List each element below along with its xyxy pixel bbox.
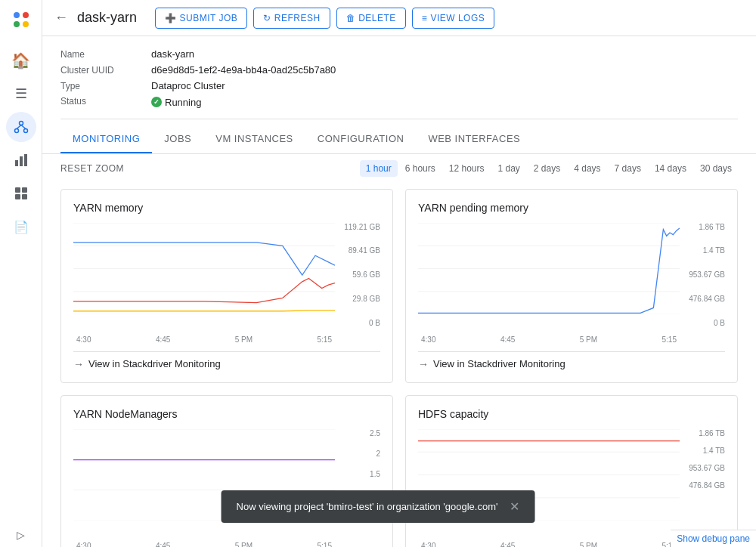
meta-value-type: Dataproc Cluster	[151, 80, 225, 91]
delete-icon: 🗑	[346, 13, 356, 23]
metadata-section: Name dask-yarn Cluster UUID d6e9d8d5-1ef…	[42, 36, 756, 119]
svg-point-3	[23, 21, 29, 27]
status-value: Running	[165, 97, 201, 108]
submit-job-button[interactable]: ➕ SUBMIT JOB	[155, 8, 247, 29]
svg-rect-13	[22, 187, 27, 193]
svg-rect-10	[20, 156, 23, 166]
meta-divider	[60, 119, 738, 119]
tab-monitoring[interactable]: MONITORING	[60, 125, 152, 153]
time-btn-4days[interactable]: 4 days	[568, 160, 606, 177]
arrow-right-icon: →	[73, 358, 84, 370]
yarn-memory-x-labels: 4:30 4:45 5 PM 5:15	[73, 335, 335, 344]
arrow-right-icon-2: →	[418, 358, 429, 370]
time-btn-1day[interactable]: 1 day	[492, 160, 526, 177]
delete-button[interactable]: 🗑 DELETE	[336, 8, 406, 29]
tab-jobs[interactable]: JOBS	[152, 125, 203, 153]
yarn-pending-svg	[418, 223, 680, 314]
refresh-icon: ↻	[263, 13, 271, 23]
meta-label-status: Status	[60, 96, 151, 107]
yarn-memory-title: YARN memory	[73, 202, 380, 214]
sidebar-item-grid[interactable]	[6, 178, 36, 209]
svg-rect-11	[24, 154, 27, 166]
app-logo[interactable]	[8, 6, 35, 33]
time-btn-30days[interactable]: 30 days	[694, 160, 738, 177]
meta-label-type: Type	[60, 81, 151, 91]
sidebar-item-cluster[interactable]	[6, 112, 36, 142]
toast-notification: Now viewing project 'bmiro-test' in orga…	[222, 490, 535, 523]
svg-point-6	[23, 129, 27, 133]
sidebar-expand-button[interactable]: ▷	[17, 529, 25, 541]
svg-rect-14	[15, 194, 20, 199]
yarn-memory-chart: YARN memory 119.21 GB 89.41 GB 59.6 GB 2…	[60, 189, 393, 383]
back-button[interactable]: ←	[54, 10, 68, 26]
topbar: ← dask-yarn ➕ SUBMIT JOB ↻ REFRESH 🗑 DEL…	[42, 0, 756, 36]
yarn-pending-x-labels: 4:30 4:45 5 PM 5:15	[418, 335, 680, 344]
meta-row-uuid: Cluster UUID d6e9d8d5-1ef2-4e9a-bb4a-0ad…	[60, 64, 738, 76]
monitoring-toolbar: RESET ZOOM 1 hour 6 hours 12 hours 1 day…	[42, 154, 756, 183]
yarn-memory-area: 119.21 GB 89.41 GB 59.6 GB 29.8 GB 0 B	[73, 223, 380, 344]
meta-label-uuid: Cluster UUID	[60, 65, 151, 76]
time-btn-14days[interactable]: 14 days	[649, 160, 692, 177]
hdfs-x-labels: 4:30 4:45 5 PM 5:15	[418, 542, 680, 548]
svg-rect-12	[15, 187, 20, 193]
yarn-pending-y-labels: 1.86 TB 1.4 TB 953.67 GB 476.84 GB 0 B	[680, 223, 725, 329]
sidebar-item-list[interactable]: ☰	[6, 79, 36, 109]
view-logs-button[interactable]: ≡ VIEW LOGS	[412, 8, 494, 29]
meta-value-uuid: d6e9d8d5-1ef2-4e9a-bb4a-0ad25c5b7a80	[151, 64, 336, 76]
svg-rect-9	[15, 160, 18, 166]
toast-message: Now viewing project 'bmiro-test' in orga…	[237, 501, 498, 512]
yarn-pending-stackdriver-link[interactable]: → View in Stackdriver Monitoring	[418, 351, 725, 370]
meta-label-name: Name	[60, 49, 151, 60]
yarn-nodemanagers-chart: YARN NodeManagers 2.5 2 1.5	[60, 395, 393, 548]
yarn-pending-memory-title: YARN pending memory	[418, 202, 725, 214]
time-btn-2days[interactable]: 2 days	[528, 160, 566, 177]
view-logs-icon: ≡	[422, 13, 428, 23]
yarn-pending-memory-area: 1.86 TB 1.4 TB 953.67 GB 476.84 GB 0 B	[418, 223, 725, 344]
yarn-memory-y-labels: 119.21 GB 89.41 GB 59.6 GB 29.8 GB 0 B	[335, 223, 380, 329]
svg-point-4	[19, 122, 23, 125]
show-debug-panel-button[interactable]: Show debug pane	[671, 530, 756, 547]
tab-configuration[interactable]: CONFIGURATION	[305, 125, 417, 153]
status-running-icon	[151, 97, 162, 107]
time-btn-7days[interactable]: 7 days	[609, 160, 647, 177]
svg-point-2	[14, 21, 20, 27]
hdfs-capacity-title: HDFS capacity	[418, 408, 725, 420]
svg-rect-15	[22, 194, 27, 199]
sidebar-item-chart[interactable]	[6, 145, 36, 175]
page-title: dask-yarn	[77, 10, 137, 26]
yarn-nm-x-labels: 4:30 4:45 5 PM 5:15	[73, 542, 335, 548]
meta-row-status: Status Running	[60, 96, 738, 108]
svg-line-7	[17, 125, 21, 129]
hdfs-capacity-chart: HDFS capacity 1.86 TB 1.4 TB 953.67 GB 4…	[405, 395, 738, 548]
meta-row-type: Type Dataproc Cluster	[60, 80, 738, 91]
tabs-bar: MONITORING JOBS VM INSTANCES CONFIGURATI…	[42, 125, 756, 154]
sidebar: 🏠 ☰ 📄 ▷	[0, 0, 42, 547]
toast-close-button[interactable]: ✕	[510, 499, 519, 514]
sidebar-item-home[interactable]: 🏠	[6, 45, 36, 76]
time-range-selector: 1 hour 6 hours 12 hours 1 day 2 days 4 d…	[360, 160, 738, 177]
svg-point-0	[14, 12, 20, 18]
meta-value-name: dask-yarn	[151, 48, 194, 60]
svg-line-8	[21, 125, 26, 129]
time-btn-12hours[interactable]: 12 hours	[443, 160, 491, 177]
yarn-memory-svg	[73, 223, 335, 314]
reset-zoom-button[interactable]: RESET ZOOM	[60, 163, 124, 174]
meta-row-name: Name dask-yarn	[60, 48, 738, 60]
main-wrapper: ← dask-yarn ➕ SUBMIT JOB ↻ REFRESH 🗑 DEL…	[42, 0, 756, 547]
hdfs-y-labels: 1.86 TB 1.4 TB 953.67 GB 476.84 GB	[680, 429, 725, 535]
sidebar-item-doc[interactable]: 📄	[6, 212, 36, 242]
yarn-nodemanagers-area: 2.5 2 1.5 4:30 4:45	[73, 429, 380, 548]
tab-vm-instances[interactable]: VM INSTANCES	[203, 125, 305, 153]
time-btn-6hours[interactable]: 6 hours	[399, 160, 442, 177]
submit-job-icon: ➕	[165, 13, 177, 23]
content-area: Name dask-yarn Cluster UUID d6e9d8d5-1ef…	[42, 36, 756, 547]
yarn-pending-memory-chart: YARN pending memory 1.86 TB 1.4 TB 953.6…	[405, 189, 738, 383]
yarn-memory-stackdriver-link[interactable]: → View in Stackdriver Monitoring	[73, 351, 380, 370]
tab-web-interfaces[interactable]: WEB INTERFACES	[416, 125, 532, 153]
refresh-button[interactable]: ↻ REFRESH	[253, 8, 330, 29]
svg-point-1	[23, 12, 29, 18]
status-badge: Running	[151, 97, 201, 108]
svg-point-5	[14, 129, 18, 133]
time-btn-1hour[interactable]: 1 hour	[360, 160, 398, 177]
yarn-nodemanagers-title: YARN NodeManagers	[73, 408, 380, 420]
